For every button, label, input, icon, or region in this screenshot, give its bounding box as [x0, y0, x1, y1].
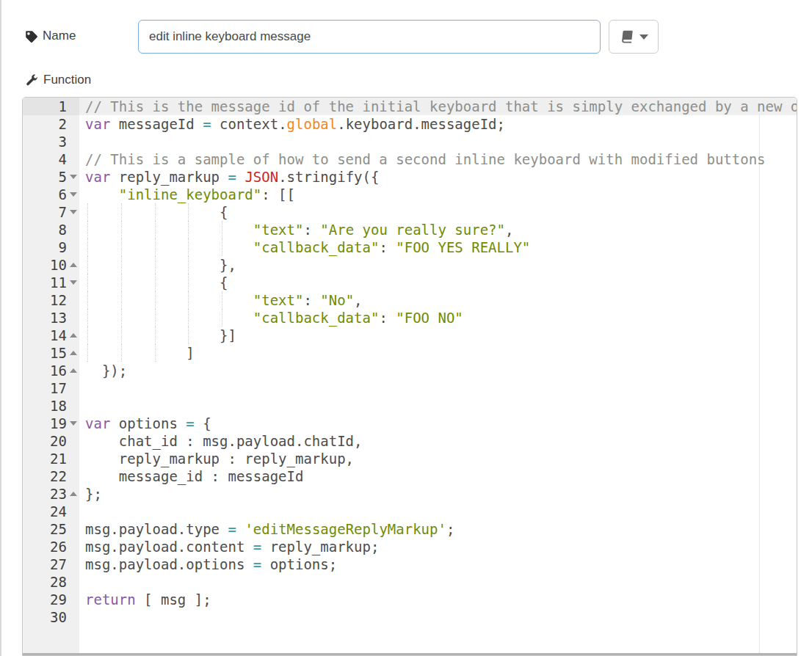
fold-end-icon[interactable]: [70, 492, 77, 496]
code-line[interactable]: // This is a sample of how to send a sec…: [79, 150, 797, 168]
gutter-cell[interactable]: 4: [23, 150, 79, 168]
code-line-text: "text": "No",: [85, 292, 363, 308]
gutter-cell[interactable]: 11: [23, 274, 79, 291]
gutter-cell[interactable]: 21: [23, 450, 79, 467]
fold-open-icon[interactable]: [70, 280, 77, 285]
code-line[interactable]: [79, 608, 797, 626]
gutter-cell[interactable]: 13: [23, 309, 79, 327]
gutter-cell[interactable]: 27: [23, 555, 79, 573]
fold-open-icon[interactable]: [70, 175, 77, 179]
code-line-text: message_id : messageId: [85, 468, 303, 484]
fold-widget-slot: [67, 263, 79, 267]
fold-open-icon[interactable]: [70, 210, 77, 214]
line-number: 7: [23, 203, 67, 221]
code-line[interactable]: [79, 133, 797, 150]
gutter-cell[interactable]: 19: [23, 415, 79, 432]
fold-end-icon[interactable]: [70, 263, 77, 267]
code-line[interactable]: [79, 397, 797, 415]
gutter-cell[interactable]: 12: [23, 291, 79, 309]
gutter-cell[interactable]: 2: [23, 115, 79, 133]
code-line[interactable]: [79, 503, 797, 520]
gutter-cell[interactable]: 9: [23, 238, 79, 256]
code-line[interactable]: "callback_data": "FOO YES REALLY": [79, 238, 797, 256]
code-line[interactable]: var messageId = context.global.keyboard.…: [79, 115, 797, 133]
code-line[interactable]: chat_id : msg.payload.chatId,: [79, 432, 797, 450]
fold-end-icon[interactable]: [70, 333, 77, 338]
fold-end-icon[interactable]: [70, 351, 77, 355]
code-line[interactable]: // This is the message id of the initial…: [79, 98, 797, 115]
gutter-cell[interactable]: 10: [23, 256, 79, 274]
line-number: 22: [23, 467, 67, 485]
code-line[interactable]: "text": "No",: [79, 291, 797, 309]
code-line[interactable]: {: [79, 203, 797, 221]
function-label: Function: [43, 73, 91, 87]
gutter-cell[interactable]: 3: [23, 133, 79, 150]
gutter-cell[interactable]: 22: [23, 467, 79, 485]
code-line[interactable]: {: [79, 274, 797, 291]
name-label: Name: [43, 29, 76, 43]
code-editor[interactable]: 1234567891011121314151617181920212223242…: [22, 97, 797, 656]
gutter-cell[interactable]: 28: [23, 573, 79, 591]
fold-open-icon[interactable]: [70, 192, 77, 197]
code-line[interactable]: "callback_data": "FOO NO": [79, 309, 797, 327]
gutter-cell[interactable]: 30: [23, 608, 79, 626]
line-number: 23: [23, 485, 67, 503]
code-line-text: ]: [85, 345, 195, 361]
code-line[interactable]: ]: [79, 344, 797, 362]
line-number: 26: [23, 538, 67, 555]
code-line-text: {: [85, 274, 228, 291]
editor-scroller[interactable]: // This is the message id of the initial…: [79, 98, 797, 655]
code-line[interactable]: message_id : messageId: [79, 467, 797, 485]
name-input[interactable]: [138, 20, 601, 54]
code-line-text: };: [85, 486, 102, 502]
line-number: 5: [23, 168, 67, 186]
code-line[interactable]: };: [79, 485, 797, 503]
code-line-text: var messageId = context.global.keyboard.…: [85, 116, 505, 132]
code-line[interactable]: "text": "Are you really sure?",: [79, 221, 797, 238]
gutter-cell[interactable]: 16: [23, 362, 79, 379]
code-line[interactable]: msg.payload.type = 'editMessageReplyMark…: [79, 520, 797, 538]
code-line-text: "text": "Are you really sure?",: [85, 222, 513, 238]
gutter-cell[interactable]: 14: [23, 327, 79, 344]
code-line[interactable]: return [ msg ];: [79, 591, 797, 608]
line-number: 10: [23, 256, 67, 274]
library-button[interactable]: [609, 20, 659, 54]
gutter-cell[interactable]: 15: [23, 344, 79, 362]
code-line[interactable]: [79, 573, 797, 591]
code-line[interactable]: },: [79, 256, 797, 274]
code-line-text: msg.payload.options = options;: [85, 556, 337, 572]
gutter-cell[interactable]: 8: [23, 221, 79, 238]
book-icon: [620, 29, 635, 45]
code-line-text: "inline_keyboard": [[: [85, 186, 295, 203]
line-number: 24: [23, 503, 67, 520]
code-line[interactable]: });: [79, 362, 797, 379]
code-line[interactable]: var options = {: [79, 415, 797, 432]
code-line[interactable]: [79, 379, 797, 397]
code-line-text: var options = {: [85, 415, 211, 431]
gutter-cell[interactable]: 7: [23, 203, 79, 221]
gutter-cell[interactable]: 17: [23, 379, 79, 397]
fold-end-icon[interactable]: [70, 368, 77, 373]
gutter-cell[interactable]: 6: [23, 186, 79, 203]
code-line[interactable]: var reply_markup = JSON.stringify({: [79, 168, 797, 186]
gutter-cell[interactable]: 26: [23, 538, 79, 555]
fold-widget-slot: [67, 351, 79, 355]
fold-widget-slot: [67, 192, 79, 197]
code-line[interactable]: }]: [79, 327, 797, 344]
line-number: 17: [23, 379, 67, 397]
fold-open-icon[interactable]: [70, 421, 77, 426]
gutter-cell[interactable]: 18: [23, 397, 79, 415]
code-line[interactable]: "inline_keyboard": [[: [79, 186, 797, 203]
code-line[interactable]: reply_markup : reply_markup,: [79, 450, 797, 467]
gutter-cell[interactable]: 24: [23, 503, 79, 520]
gutter-cell[interactable]: 25: [23, 520, 79, 538]
gutter-cell[interactable]: 5: [23, 168, 79, 186]
line-number: 28: [23, 573, 67, 591]
gutter-cell[interactable]: 23: [23, 485, 79, 503]
line-number: 9: [23, 238, 67, 256]
code-line[interactable]: msg.payload.options = options;: [79, 555, 797, 573]
code-line[interactable]: msg.payload.content = reply_markup;: [79, 538, 797, 555]
gutter-cell[interactable]: 1: [23, 98, 79, 115]
gutter-cell[interactable]: 20: [23, 432, 79, 450]
gutter-cell[interactable]: 29: [23, 591, 79, 608]
